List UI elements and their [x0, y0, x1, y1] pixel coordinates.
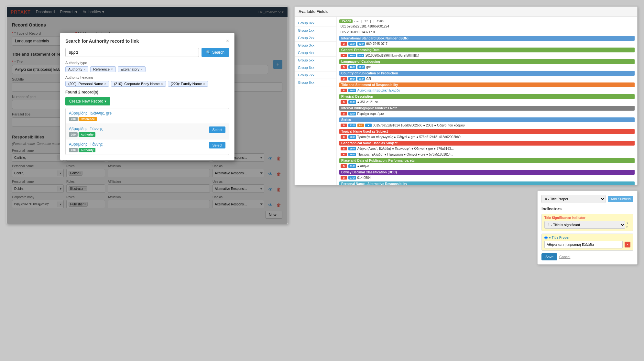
- result-name-0[interactable]: Αβραμίδης, Ιωάννης, gre: [69, 111, 112, 115]
- field-607-2: B 607/ Ήπειρος (Ελλάδα) ● Περιγραφή ● Οδ…: [339, 152, 635, 157]
- right-panels: Available Fields Group 0xx Group 1xx Gro…: [294, 6, 638, 265]
- field-005: 005 20160905143717.0: [339, 30, 635, 35]
- af-main: LEADER crm | 22 | | 4500 001 576a5226181…: [337, 17, 637, 185]
- indicators-save-btn[interactable]: Save: [541, 253, 557, 260]
- field-001: 001 576a5226181 4186be001294: [339, 24, 635, 29]
- result-name-1[interactable]: Αβραμίδης, Γιάννης: [69, 126, 103, 131]
- result-select-btn-1[interactable]: Select: [209, 126, 225, 133]
- leader-value: crm | 22 | | 4500: [354, 20, 384, 23]
- group-2xx[interactable]: Group 2xx: [295, 34, 336, 42]
- field-210: B 210/ ● Αθήνα: [339, 164, 635, 169]
- result-code-2: 200: [69, 148, 78, 152]
- field-101: B 100/ 101/ gre: [339, 65, 635, 70]
- group-0xx[interactable]: Group 0xx: [295, 19, 336, 27]
- available-fields-panel: Available Fields Group 0xx Group 1xx Gro…: [294, 6, 638, 185]
- search-btn[interactable]: 🔍 Search: [202, 48, 229, 57]
- indicator-1-select[interactable]: 1 - Title is significant: [544, 221, 625, 229]
- subfield-input[interactable]: [544, 241, 623, 248]
- result-badge-2: Authority: [79, 148, 95, 152]
- field-type-select[interactable]: a - Title Proper: [541, 195, 606, 203]
- field-676: B 676/ 014.0504: [339, 175, 635, 180]
- group-8xx[interactable]: Group 8xx: [295, 79, 336, 86]
- group-4xx[interactable]: Group 4xx: [295, 49, 336, 57]
- field-008: B 100/ 008 20160905d1996||||km|y0gre|50|…: [339, 53, 635, 58]
- filter-family-name[interactable]: (220): Family Name ×: [168, 81, 208, 87]
- result-name-2[interactable]: Αβραμίδης, Γιάννης: [69, 142, 103, 147]
- indicator-1-arrows: ▾ ▸: [627, 221, 630, 228]
- result-badge-1: Authority: [79, 132, 95, 137]
- search-authority-modal: Search for Authority record to link × 🔍 …: [60, 33, 235, 160]
- indicator-1-label: Title Significance Indicator: [544, 216, 630, 220]
- create-new-btn[interactable]: Create New Record ▾: [65, 97, 110, 105]
- available-fields-title: Available Fields: [295, 7, 637, 17]
- series-header: Series: [339, 117, 635, 122]
- leader-badge: LEADER: [339, 19, 353, 23]
- personal-resp-header: Personal Name - Alternative Responsibili…: [339, 181, 635, 185]
- int-bib-header: Internal Bibliographies/Indexes Note: [339, 106, 635, 111]
- modal-close-btn[interactable]: ×: [226, 38, 229, 44]
- result-code-1: 200: [69, 132, 78, 137]
- result-item-0: Αβραμίδης, Ιωάννης, gre 200 Reference: [66, 108, 229, 124]
- search-icon: 🔍: [206, 50, 211, 55]
- title-resp-header: Title and Statement of Responsibility: [339, 82, 635, 87]
- field-102: B 102/ 102/ GR: [339, 76, 635, 81]
- modal-title: Search for Authority record to link: [65, 38, 139, 44]
- dewey-header: Dewey Decimal Classification (DDC): [339, 170, 635, 175]
- af-sidebar: Group 0xx Group 1xx Group 2xx Group 3xx …: [295, 17, 337, 185]
- field-600: B 600/ Τράπεζα και πληρωγνώς ● Οδηγοί ● …: [339, 135, 635, 139]
- result-select-btn-2[interactable]: Select: [209, 142, 225, 148]
- modal-overlay: Search for Authority record to link × 🔍 …: [7, 7, 288, 224]
- result-item-1: Αβραμίδης, Γιάννης 200 Authority Select: [66, 124, 229, 139]
- country-header: Country of Publication or Production: [339, 71, 635, 76]
- field-200: B 200/ Αθήνα και ηπειρωτική Ελλάδα: [339, 88, 635, 93]
- field-607-1: B 607/ Αθήνα (Αττική, Ελλάδα) ● Περιγραφ…: [339, 146, 635, 151]
- indicators-title: Indicators: [541, 206, 633, 211]
- group-7xx[interactable]: Group 7xx: [295, 71, 336, 79]
- language-header: Language of Cataloguing: [339, 59, 635, 64]
- group-3xx[interactable]: Group 3xx: [295, 42, 336, 49]
- filter-authority[interactable]: Authority ×: [65, 66, 88, 72]
- filter-personal-name[interactable]: (200): Personal Name ×: [65, 81, 109, 87]
- field-215: B 215/ ● 351 σ. 21 εκ.: [339, 100, 635, 104]
- indicators-cancel-btn[interactable]: Cancel: [559, 253, 570, 260]
- search-input[interactable]: [65, 48, 199, 57]
- subfield-radio[interactable]: [544, 236, 548, 239]
- processing-header: General Processing Data: [339, 48, 635, 52]
- indicators-panel: a - Title Proper Add Subfield Indicators…: [537, 191, 638, 265]
- subfield-label: ● Title Proper: [544, 236, 630, 239]
- group-5xx[interactable]: Group 5xx: [295, 57, 336, 64]
- isbn-header: International Standard Book Number (ISBN…: [339, 36, 635, 41]
- results-list: Αβραμίδης, Ιωάννης, gre 200 Reference Αβ…: [65, 108, 229, 155]
- group-1xx[interactable]: Group 1xx: [295, 27, 336, 34]
- result-badge-0: Reference: [79, 117, 97, 121]
- authority-heading-label: Authority heading: [65, 75, 229, 79]
- field-410: B 410/ 01 ● 001576a51d91814 18dd02002bb0…: [339, 123, 635, 128]
- subfield-row: ● Title Proper ×: [541, 234, 633, 251]
- add-subfield-btn[interactable]: Add Subfield: [608, 196, 633, 202]
- filter-corporate-name[interactable]: (210): Corporate Body Name ×: [111, 81, 166, 87]
- geo-header: Geographical Name Used as Subject: [339, 141, 635, 146]
- filter-reference[interactable]: Reference ×: [90, 66, 116, 72]
- authority-type-label: Authority type: [65, 61, 229, 65]
- subfield-remove-btn[interactable]: ×: [625, 242, 630, 247]
- topical-header: Topical Name Used as Subject: [339, 129, 635, 134]
- left-panel: PRTAKT Dashboard Records ▾ Authorities ▾…: [6, 6, 288, 224]
- phys-desc-header: Physical Description: [339, 94, 635, 99]
- indicator-1-row: Title Significance Indicator 1 - Title i…: [541, 214, 633, 231]
- field-isbn: B 010/ 020/ 960-7945-07-7: [339, 41, 635, 46]
- results-count: Found 2 record(s): [65, 90, 229, 94]
- result-code-0: 200: [69, 117, 78, 121]
- place-header: Place and Date of Publication, Performan…: [339, 158, 635, 163]
- group-6xx[interactable]: Group 6xx: [295, 64, 336, 71]
- field-320: B 320/ Περιέχει ευρετήριο: [339, 111, 635, 116]
- result-item-2: Αβραμίδης, Γιάννης 200 Authority Select: [66, 139, 229, 155]
- filter-explanatory[interactable]: Explanatory ×: [118, 66, 146, 72]
